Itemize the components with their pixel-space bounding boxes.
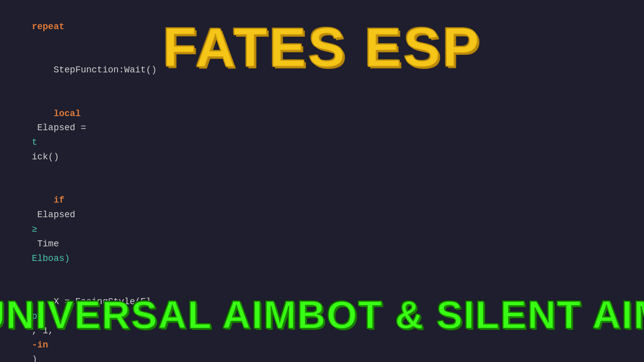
- code-text-3b: t: [32, 137, 37, 147]
- code-text-5e: ): [32, 354, 37, 362]
- code-text-4c: Elboas): [32, 253, 70, 263]
- code-text: StepFunction:Wait(): [32, 65, 156, 75]
- code-text-3c: ick(): [32, 152, 59, 162]
- code-text-5d: -in: [32, 340, 48, 350]
- code-text-3a: Elapsed =: [32, 123, 92, 133]
- keyword-local-3: local: [32, 109, 80, 119]
- keyword-repeat: repeat: [32, 22, 64, 32]
- code-line-3: local Elapsed = t ick(): [10, 92, 634, 179]
- code-symbol-4: ≥: [32, 224, 37, 234]
- code-line-4: if Elapsed ≥ Time Elboas): [10, 179, 634, 281]
- code-text-4: Elapsed: [32, 210, 80, 220]
- overlay-subtitle: UNIVERSAL AIMBOT & SILENT AIM: [0, 292, 644, 338]
- keyword-if-4: if: [32, 195, 64, 205]
- code-text-4b: Time: [32, 239, 59, 249]
- overlay-title: FATES ESP: [163, 15, 481, 79]
